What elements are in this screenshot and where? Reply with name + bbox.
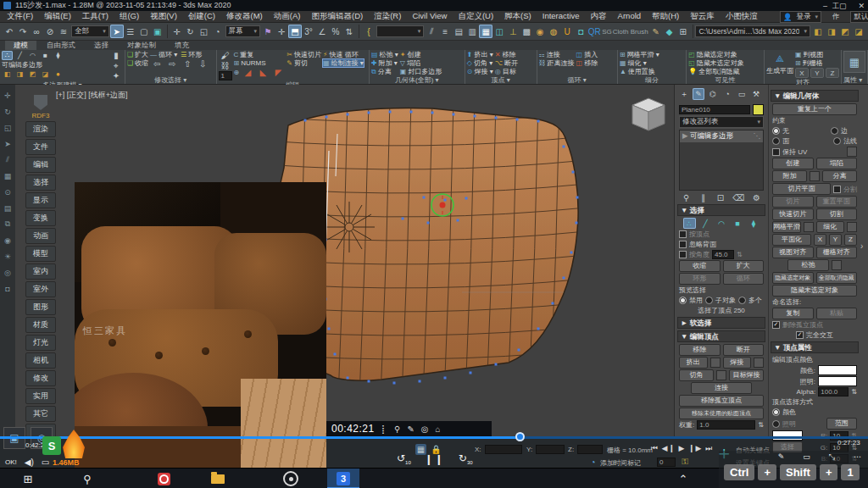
grid-align-button[interactable]: 栅格对齐 bbox=[816, 247, 858, 258]
preview-disable-radio[interactable] bbox=[679, 297, 687, 304]
cn-toolbar-item[interactable]: 其它 bbox=[25, 406, 56, 422]
repeat-last-button[interactable]: 重复上一个 bbox=[772, 103, 857, 115]
modifier-stack-icon[interactable]: ▮ bbox=[109, 51, 123, 60]
tray-expand-icon[interactable]: ⌃ bbox=[675, 469, 692, 488]
modifier-list-dropdown[interactable]: 修改器列表▾ bbox=[679, 116, 764, 128]
menu-item[interactable]: 脚本(S) bbox=[504, 11, 531, 22]
schematic-view-icon[interactable]: ▩ bbox=[520, 25, 533, 38]
cn-toolbar-item[interactable]: 模型 bbox=[25, 246, 56, 262]
angle-snap-icon[interactable]: ∠ bbox=[315, 25, 329, 38]
use-displace-button[interactable]: ▲使用置换 bbox=[620, 68, 684, 75]
cn-toolbar-item[interactable]: 室内 bbox=[25, 263, 56, 280]
geo-group-label[interactable]: 几何体(全部) ▾ bbox=[371, 75, 463, 84]
planar-z-button-panel[interactable]: Z bbox=[844, 234, 857, 246]
strip-light-icon[interactable]: ☀ bbox=[3, 251, 14, 262]
cn-toolbar-item[interactable]: 文件 bbox=[25, 139, 56, 155]
edge-mode-icon[interactable]: ╱ bbox=[699, 218, 712, 229]
panel-scroll-arrow[interactable]: › bbox=[860, 241, 868, 262]
redo-icon[interactable]: ↷ bbox=[16, 25, 30, 38]
distance-connect-button[interactable]: ⛓距离连接 bbox=[539, 59, 575, 67]
ribbon-tab[interactable]: 对象绘制 bbox=[119, 41, 164, 50]
by-vertex-checkbox[interactable] bbox=[679, 230, 687, 238]
menu-item[interactable]: 视图(V) bbox=[150, 11, 177, 22]
named-selection-dropdown[interactable]: ▾ bbox=[376, 25, 424, 37]
remove-unused-map-button[interactable]: 移除未使用的贴图顶点 bbox=[679, 408, 764, 419]
break-vertex-button[interactable]: 断开 bbox=[723, 344, 765, 356]
ribbon-tab[interactable]: 自由形式 bbox=[38, 41, 84, 50]
cn-toolbar-item[interactable]: 显示 bbox=[25, 192, 56, 208]
create-tab-icon[interactable]: ＋ bbox=[678, 88, 690, 100]
create-button-panel[interactable]: 创建 bbox=[772, 158, 814, 169]
playback-controls[interactable]: ⏮ ◀❙ ▶ ❙▶ ⏭ bbox=[651, 444, 713, 453]
menu-item[interactable]: 内容 bbox=[591, 11, 607, 22]
vertex-properties-rollout-header[interactable]: ▼ 顶点属性 bbox=[771, 341, 859, 353]
ribbon-tab[interactable]: 填充 bbox=[166, 41, 198, 50]
menu-item[interactable]: 创建(C) bbox=[188, 11, 215, 22]
weld-settings-button[interactable] bbox=[754, 358, 764, 368]
menu-item[interactable]: 渲染(R) bbox=[374, 11, 401, 22]
speaker-icon[interactable]: ◀) bbox=[25, 458, 34, 467]
modify-tab-icon[interactable]: ✎ bbox=[693, 88, 704, 100]
annotate-rect-icon[interactable]: ▭ bbox=[803, 452, 810, 462]
paint-icon-1[interactable]: ◢ bbox=[241, 68, 254, 76]
u-plugin-icon[interactable]: U bbox=[560, 25, 574, 38]
strip-mirror-icon[interactable]: ⫽ bbox=[3, 154, 14, 165]
loop-arrow-icon-2[interactable]: ⇨ bbox=[165, 59, 179, 68]
loop-button-panel[interactable]: 循环 bbox=[723, 273, 765, 285]
cn-toolbar-item[interactable]: 实用 bbox=[25, 388, 56, 404]
minimize-button[interactable]: – bbox=[823, 2, 827, 10]
menu-item[interactable]: 自定义(U) bbox=[458, 11, 493, 22]
poly-border-icon[interactable]: ◠ bbox=[27, 51, 38, 60]
spinner-snap-icon[interactable]: ⇅ bbox=[342, 25, 356, 38]
strip-array-icon[interactable]: ▦ bbox=[3, 170, 14, 181]
preview-multi-radio[interactable] bbox=[738, 297, 746, 304]
cut-button-panel[interactable]: 切割 bbox=[816, 208, 858, 220]
cn-toolbar-item[interactable]: 动画 bbox=[25, 228, 56, 244]
search-button[interactable]: ⚲ bbox=[71, 469, 103, 488]
tessellate-button[interactable]: ▦细化 ▾ bbox=[620, 59, 684, 67]
paint-icon-2[interactable]: ◣ bbox=[256, 68, 270, 76]
align-grid-button[interactable]: ⊞到栅格 bbox=[795, 59, 839, 67]
remove-loop-button[interactable]: ◫移除 bbox=[576, 59, 598, 67]
menu-item[interactable]: Civil View bbox=[412, 11, 447, 22]
teapot-plugin-icon[interactable]: ◆ bbox=[663, 25, 676, 38]
weld-vertex-button[interactable]: 焊接 bbox=[723, 357, 752, 369]
ring-button[interactable]: ☰环形 bbox=[181, 51, 209, 58]
delete-isolated-checkbox[interactable] bbox=[772, 321, 780, 329]
paint-icon-3[interactable]: ◤ bbox=[271, 68, 285, 76]
utilities-tab-icon[interactable]: ⚒ bbox=[750, 88, 762, 100]
render-shortcut-icon-3[interactable]: ◩ bbox=[838, 25, 852, 38]
cn-toolbar-item[interactable]: 相机 bbox=[25, 352, 56, 369]
login-dropdown[interactable]: 👤登录▾ bbox=[780, 11, 821, 23]
bind-spacewarp-icon[interactable]: ≋ bbox=[57, 25, 70, 38]
slice-plane-button[interactable]: 切片平面 bbox=[772, 183, 831, 195]
range-button[interactable]: 范围 bbox=[826, 418, 857, 430]
target-weld-button-panel[interactable]: 目标焊接 bbox=[729, 369, 764, 381]
repeat-button[interactable]: C重复 bbox=[234, 51, 286, 58]
break-button[interactable]: ⌥断开 bbox=[495, 59, 518, 67]
layer-list-icon[interactable]: ▥ bbox=[465, 25, 479, 38]
viewport-label[interactable]: [+] [正交] [线框+边面] bbox=[56, 90, 128, 101]
strip-scale-icon[interactable]: ◱ bbox=[3, 122, 14, 133]
strip-snap-icon[interactable]: ⊙ bbox=[3, 186, 14, 197]
menu-item[interactable]: 帮助(H) bbox=[652, 11, 679, 22]
ring-button-panel[interactable]: 环形 bbox=[679, 273, 721, 285]
maximize-button[interactable]: ▢ bbox=[839, 2, 847, 10]
render-shortcut-icon-2[interactable]: ◨ bbox=[825, 25, 838, 38]
polygon-mode-icon[interactable]: ■ bbox=[732, 218, 744, 229]
constraint-none-radio[interactable] bbox=[772, 127, 780, 135]
hide-unselected-button-panel[interactable]: 隐藏未选定对象 bbox=[772, 285, 857, 297]
select-rollout-header[interactable]: ▼ 选择 bbox=[677, 204, 765, 216]
unlink-icon[interactable]: ⊘ bbox=[43, 25, 57, 38]
copy-button[interactable]: 复制 bbox=[772, 308, 814, 319]
grow-button-panel[interactable]: 扩大 bbox=[723, 260, 765, 272]
connect-button-panel[interactable]: 连接 bbox=[691, 382, 752, 394]
annotate-more-icon[interactable]: ⋯ bbox=[854, 452, 861, 462]
swift-loop-button[interactable]: ⚡快速 循环 bbox=[323, 51, 364, 58]
connect-button[interactable]: ⚏连接 bbox=[539, 51, 575, 58]
menu-item[interactable]: 动画(A) bbox=[274, 11, 301, 22]
angle-field[interactable]: 45.0 bbox=[712, 250, 734, 259]
move-icon[interactable]: ✛ bbox=[170, 25, 184, 38]
screen-icon[interactable]: ▭ bbox=[42, 458, 49, 467]
poly-mode-icon-3[interactable]: ◩ bbox=[27, 69, 38, 79]
